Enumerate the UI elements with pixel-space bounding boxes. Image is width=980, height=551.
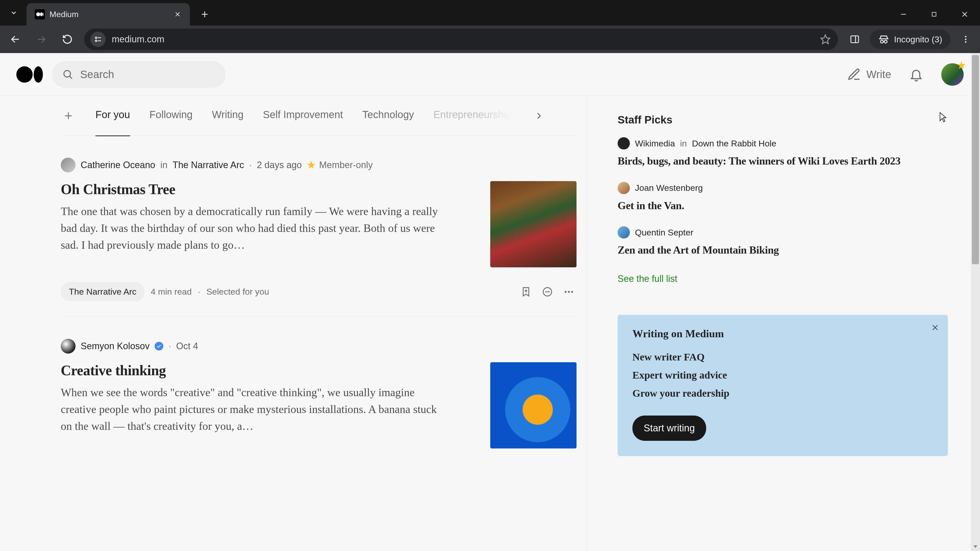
- browser-tab-title: Medium: [49, 10, 167, 19]
- staff-pick-item: Quentin Septer Zen and the Art of Mounta…: [617, 226, 948, 257]
- promo-heading: Writing on Medium: [632, 327, 933, 340]
- collection-chip[interactable]: The Narrative Arc: [61, 282, 145, 301]
- staff-pick-author[interactable]: Wikimedia: [635, 138, 675, 148]
- start-writing-button[interactable]: Start writing: [632, 416, 706, 441]
- author-avatar[interactable]: [61, 158, 76, 172]
- main-content: For you Following Writing Self Improveme…: [0, 96, 971, 551]
- write-label: Write: [866, 68, 891, 81]
- save-bookmark-button[interactable]: [518, 284, 534, 300]
- svg-point-21: [880, 40, 883, 43]
- sidebar-column: Staff Picks Wikimedia in Down the Rabbit…: [587, 96, 971, 551]
- scroll-down-icon[interactable]: [971, 542, 980, 551]
- reload-button[interactable]: [58, 30, 76, 48]
- staff-pick-avatar[interactable]: [617, 226, 630, 238]
- svg-point-22: [884, 40, 887, 43]
- browser-tab-active[interactable]: Medium: [27, 3, 190, 25]
- browser-menu-button[interactable]: [956, 30, 975, 48]
- article-thumbnail[interactable]: [490, 362, 576, 448]
- staff-pick-title[interactable]: Get in the Van.: [617, 199, 948, 213]
- feed-column: For you Following Writing Self Improveme…: [61, 96, 587, 551]
- side-panel-button[interactable]: [845, 30, 864, 48]
- svg-point-0: [36, 12, 40, 16]
- search-box[interactable]: [52, 61, 226, 88]
- author-name[interactable]: Catherine Oceano: [81, 160, 155, 170]
- staff-pick-avatar[interactable]: [617, 137, 630, 149]
- svg-point-26: [965, 41, 966, 43]
- promo-link-advice[interactable]: Expert writing advice: [632, 369, 933, 381]
- maximize-button[interactable]: [919, 3, 950, 25]
- browser-chrome: Medium: [0, 0, 980, 53]
- write-button[interactable]: Write: [847, 67, 891, 82]
- see-full-list-link[interactable]: See the full list: [617, 273, 677, 284]
- vertical-scrollbar[interactable]: [971, 53, 980, 551]
- staff-pick-title[interactable]: Zen and the Art of Mountain Biking: [617, 243, 948, 257]
- search-input[interactable]: [80, 68, 215, 81]
- article-excerpt: The one that was chosen by a democratica…: [61, 203, 449, 254]
- member-only-badge: Member-only: [307, 160, 372, 170]
- svg-point-15: [95, 40, 97, 41]
- staff-pick-author[interactable]: Quentin Septer: [635, 227, 694, 238]
- new-tab-button[interactable]: [195, 5, 215, 24]
- publication-name[interactable]: The Narrative Arc: [172, 160, 244, 170]
- article-thumbnail[interactable]: [490, 181, 576, 267]
- incognito-label: Incognito (3): [894, 35, 942, 44]
- member-star-icon: [307, 161, 315, 169]
- feed-tabs: For you Following Writing Self Improveme…: [61, 96, 576, 136]
- add-topic-button[interactable]: [61, 108, 76, 124]
- staff-pick-author[interactable]: Joan Westenberg: [635, 183, 703, 193]
- byline-separator: ·: [169, 341, 171, 351]
- feed-tab-for-you[interactable]: For you: [95, 109, 130, 122]
- svg-point-35: [565, 291, 566, 292]
- notifications-button[interactable]: [908, 66, 924, 83]
- more-options-button[interactable]: [561, 284, 576, 300]
- staff-pick-item: Joan Westenberg Get in the Van.: [617, 182, 948, 213]
- minimize-button[interactable]: [888, 3, 919, 25]
- show-less-button[interactable]: [540, 284, 555, 300]
- window-controls: [888, 3, 980, 25]
- article-footer: The Narrative Arc 4 min read · Selected …: [61, 282, 576, 301]
- account-avatar[interactable]: [941, 63, 964, 86]
- member-only-label: Member-only: [319, 160, 372, 170]
- promo-link-faq[interactable]: New writer FAQ: [632, 351, 933, 363]
- staff-pick-item: Wikimedia in Down the Rabbit Hole Birds,…: [617, 137, 948, 168]
- byline-in: in: [680, 138, 687, 148]
- feed-tab-self-improvement[interactable]: Self Improvement: [263, 109, 343, 122]
- staff-pick-title[interactable]: Birds, bugs, and beauty: The winners of …: [617, 154, 948, 168]
- bookmark-star-icon[interactable]: [820, 34, 831, 44]
- staff-pick-avatar[interactable]: [617, 182, 630, 194]
- feed-tab-writing[interactable]: Writing: [212, 109, 244, 122]
- forward-button[interactable]: [32, 30, 51, 48]
- feed-tab-entrepreneurship[interactable]: Entrepreneurship: [433, 109, 512, 122]
- search-icon: [62, 68, 73, 81]
- titlebar: Medium: [0, 0, 980, 25]
- article-card: Semyon Kolosov · Oct 4 Creative thinking…: [61, 317, 576, 448]
- url-text: medium.com: [112, 34, 814, 44]
- footer-separator: ·: [198, 287, 200, 297]
- svg-point-13: [95, 37, 97, 38]
- article-byline: Semyon Kolosov · Oct 4: [61, 339, 576, 354]
- feed-tab-technology[interactable]: Technology: [363, 109, 414, 122]
- article-title[interactable]: Creative thinking: [61, 362, 475, 379]
- promo-close-button[interactable]: [929, 322, 941, 333]
- medium-favicon: [35, 9, 45, 19]
- article-date: Oct 4: [176, 341, 198, 351]
- back-button[interactable]: [6, 30, 24, 48]
- address-bar[interactable]: medium.com: [84, 29, 838, 50]
- site-settings-icon[interactable]: [90, 32, 106, 47]
- feed-tab-following[interactable]: Following: [150, 109, 192, 122]
- svg-point-36: [568, 291, 570, 292]
- read-time: 4 min read: [151, 287, 192, 297]
- close-window-button[interactable]: [950, 3, 980, 25]
- staff-pick-publication[interactable]: Down the Rabbit Hole: [692, 138, 776, 148]
- author-name[interactable]: Semyon Kolosov: [81, 341, 150, 351]
- author-avatar[interactable]: [61, 339, 76, 354]
- article-title[interactable]: Oh Christmas Tree: [61, 181, 475, 197]
- tabs-scroll-right-button[interactable]: [531, 108, 546, 124]
- medium-logo[interactable]: [16, 66, 43, 83]
- scrollbar-thumb[interactable]: [972, 55, 979, 264]
- incognito-indicator[interactable]: Incognito (3): [870, 30, 950, 49]
- close-tab-button[interactable]: [172, 9, 183, 20]
- tab-search-dropdown[interactable]: [3, 3, 24, 22]
- browser-toolbar: medium.com Incognito (3): [0, 25, 980, 53]
- promo-link-readership[interactable]: Grow your readership: [632, 387, 933, 399]
